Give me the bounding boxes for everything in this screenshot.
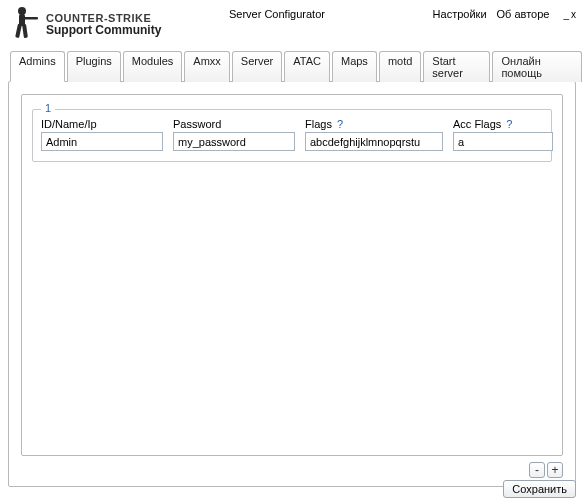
accflags-help-icon[interactable]: ? [506, 118, 512, 130]
password-input[interactable] [173, 132, 295, 151]
header-links: Настройки Об авторе _ x [433, 4, 576, 20]
admins-inner-panel: 1 ID/Name/Ip Password Flags ? Acc Flags … [21, 94, 563, 456]
col-password: Password [173, 118, 295, 151]
tab-bar: Admins Plugins Modules Amxx Server ATAC … [0, 50, 584, 81]
svg-rect-2 [24, 17, 38, 20]
tab-modules[interactable]: Modules [123, 51, 183, 82]
tab-motd[interactable]: motd [379, 51, 421, 82]
add-entry-button[interactable]: + [547, 462, 563, 478]
add-remove-buttons: - + [529, 462, 563, 478]
counterstrike-logo-icon [8, 4, 42, 42]
label-password: Password [173, 118, 295, 130]
fieldset-legend: 1 [41, 102, 55, 114]
window-controls: _ x [559, 9, 576, 20]
tab-amxx[interactable]: Amxx [184, 51, 230, 82]
about-link[interactable]: Об авторе [497, 8, 550, 20]
accflags-input[interactable] [453, 132, 553, 151]
label-accflags: Acc Flags ? [453, 118, 553, 130]
svg-rect-3 [15, 24, 22, 39]
tab-online-help[interactable]: Онлайн помощь [492, 51, 582, 82]
col-accflags: Acc Flags ? [453, 118, 553, 151]
svg-point-0 [18, 7, 26, 15]
save-button[interactable]: Сохранить [503, 480, 576, 498]
logo-line2: Support Community [46, 24, 161, 37]
tab-maps[interactable]: Maps [332, 51, 377, 82]
settings-link[interactable]: Настройки [433, 8, 487, 20]
id-input[interactable] [41, 132, 163, 151]
label-flags: Flags ? [305, 118, 443, 130]
minimize-button[interactable]: _ [563, 9, 569, 20]
tab-content-panel: 1 ID/Name/Ip Password Flags ? Acc Flags … [8, 81, 576, 487]
window-title: Server Configurator [121, 4, 432, 20]
label-id: ID/Name/Ip [41, 118, 163, 130]
remove-entry-button[interactable]: - [529, 462, 545, 478]
close-button[interactable]: x [571, 9, 576, 20]
tab-admins[interactable]: Admins [10, 51, 65, 82]
svg-rect-4 [22, 24, 28, 38]
flags-help-icon[interactable]: ? [337, 118, 343, 130]
col-id: ID/Name/Ip [41, 118, 163, 151]
tab-start-server[interactable]: Start server [423, 51, 490, 82]
tab-plugins[interactable]: Plugins [67, 51, 121, 82]
tab-atac[interactable]: ATAC [284, 51, 330, 82]
admin-row: ID/Name/Ip Password Flags ? Acc Flags ? [41, 118, 543, 151]
col-flags: Flags ? [305, 118, 443, 151]
flags-input[interactable] [305, 132, 443, 151]
header-bar: COUNTER-STRIKE Support Community Server … [0, 0, 584, 46]
tab-server[interactable]: Server [232, 51, 282, 82]
admin-entry-fieldset: 1 ID/Name/Ip Password Flags ? Acc Flags … [32, 109, 552, 162]
